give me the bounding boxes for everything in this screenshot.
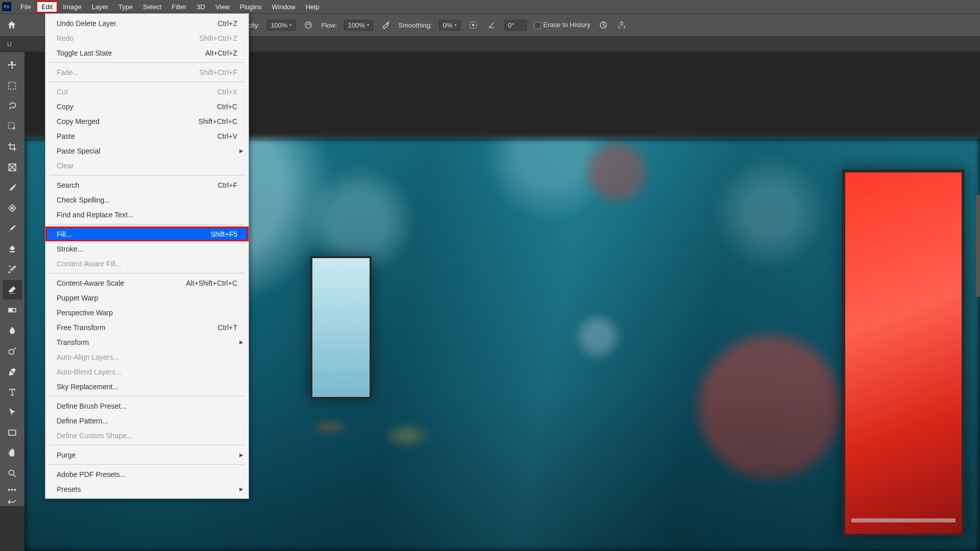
menu-type[interactable]: Type — [113, 1, 138, 13]
clone-stamp-tool[interactable] — [3, 239, 22, 259]
menu-item-presets[interactable]: Presets — [45, 482, 249, 496]
smoothing-options-icon[interactable] — [468, 19, 479, 31]
menu-plugins[interactable]: Plugins — [235, 1, 267, 13]
menu-3d[interactable]: 3D — [191, 1, 210, 13]
menu-select[interactable]: Select — [138, 1, 166, 13]
menu-item-label: Sky Replacement... — [57, 383, 118, 391]
menu-file[interactable]: File — [15, 1, 36, 13]
hand-tool[interactable] — [3, 443, 22, 463]
menu-separator — [50, 445, 244, 445]
marquee-tool[interactable] — [3, 76, 22, 95]
tablet-pressure-icon[interactable] — [598, 19, 609, 31]
rectangle-tool[interactable] — [3, 423, 22, 442]
edit-menu-dropdown: Undo Delete LayerCtrl+ZRedoShift+Ctrl+ZT… — [45, 13, 249, 499]
history-brush-tool[interactable] — [3, 260, 22, 279]
menu-item-transform[interactable]: Transform — [45, 335, 249, 349]
menu-item-auto-blend-layers: Auto-Blend Layers... — [45, 364, 249, 379]
menu-item-content-aware-scale[interactable]: Content-Aware ScaleAlt+Shift+Ctrl+C — [45, 276, 249, 290]
vertical-scrollbar[interactable] — [976, 195, 980, 297]
menu-filter[interactable]: Filter — [166, 1, 191, 13]
document-tab[interactable]: U — [0, 38, 19, 51]
menu-item-shortcut: Ctrl+T — [218, 323, 238, 332]
brush-tool[interactable] — [3, 219, 22, 238]
menu-item-copy[interactable]: CopyCtrl+C — [45, 99, 249, 114]
menu-item-adobe-pdf-presets[interactable]: Adobe PDF Presets... — [45, 467, 249, 482]
frame-tool[interactable] — [3, 158, 22, 177]
menu-help[interactable]: Help — [301, 1, 325, 13]
airbrush-icon[interactable] — [380, 19, 391, 31]
path-select-tool[interactable] — [3, 403, 22, 422]
menu-item-purge[interactable]: Purge — [45, 447, 249, 462]
menu-item-undo-delete-layer[interactable]: Undo Delete LayerCtrl+Z — [45, 16, 249, 31]
menu-layer[interactable]: Layer — [87, 1, 114, 13]
menu-item-copy-merged[interactable]: Copy MergedShift+Ctrl+C — [45, 114, 249, 129]
menu-window[interactable]: Window — [266, 1, 300, 13]
menu-item-toggle-last-state[interactable]: Toggle Last StateAlt+Ctrl+Z — [45, 45, 249, 60]
menu-separator — [50, 82, 244, 82]
pressure-opacity-icon[interactable] — [303, 19, 314, 31]
menu-item-fill[interactable]: Fill...Shift+F5 — [45, 227, 249, 241]
menu-item-search[interactable]: SearchCtrl+F — [45, 178, 249, 192]
move-tool[interactable] — [3, 56, 22, 75]
menu-item-label: Presets — [57, 485, 81, 493]
menu-item-perspective-warp[interactable]: Perspective Warp — [45, 305, 249, 320]
menu-item-label: Undo Delete Layer — [57, 19, 116, 28]
angle-field[interactable]: 0° — [504, 20, 527, 31]
menu-item-label: Check Spelling... — [57, 196, 110, 204]
menu-item-shortcut: Shift+F5 — [210, 230, 237, 238]
menu-item-define-pattern[interactable]: Define Pattern... — [45, 413, 249, 428]
erase-history-label: Erase to History — [543, 21, 590, 29]
menu-item-label: Toggle Last State — [57, 49, 112, 57]
chevron-down-icon: ▾ — [367, 22, 370, 28]
menu-item-paste[interactable]: PasteCtrl+V — [45, 129, 249, 143]
eraser-tool[interactable] — [3, 280, 22, 299]
smoothing-field[interactable]: 0%▾ — [439, 20, 460, 31]
menu-separator — [50, 175, 244, 176]
menu-item-find-and-replace-text[interactable]: Find and Replace Text... — [45, 207, 249, 222]
menu-item-shortcut: Alt+Ctrl+Z — [205, 49, 237, 57]
menu-item-shortcut: Shift+Ctrl+C — [199, 117, 237, 126]
menu-separator — [50, 464, 244, 465]
menu-item-free-transform[interactable]: Free TransformCtrl+T — [45, 320, 249, 335]
menu-item-define-brush-preset[interactable]: Define Brush Preset... — [45, 398, 249, 413]
canvas-image-element — [310, 256, 372, 399]
menu-image[interactable]: Image — [58, 1, 86, 13]
zoom-tool[interactable] — [3, 464, 22, 483]
menu-item-label: Adobe PDF Presets... — [57, 470, 126, 479]
menu-item-puppet-warp[interactable]: Puppet Warp — [45, 290, 249, 305]
eyedropper-tool[interactable] — [3, 178, 22, 197]
canvas-image-element — [842, 169, 965, 537]
menu-item-paste-special[interactable]: Paste Special — [45, 143, 249, 158]
object-select-tool[interactable] — [3, 117, 22, 136]
menu-item-stroke[interactable]: Stroke... — [45, 241, 249, 256]
flow-field[interactable]: 100%▾ — [344, 20, 373, 31]
gradient-tool[interactable] — [3, 300, 22, 320]
color-swap-icon[interactable] — [3, 496, 22, 506]
crop-tool[interactable] — [3, 137, 22, 157]
type-tool[interactable] — [3, 382, 22, 402]
menu-item-shortcut: Shift+Ctrl+Z — [199, 34, 237, 42]
menu-item-sky-replacement[interactable]: Sky Replacement... — [45, 379, 249, 394]
lasso-tool[interactable] — [3, 96, 22, 116]
menu-edit[interactable]: Edit — [36, 1, 58, 13]
erase-history-checkbox[interactable]: Erase to History — [534, 21, 590, 29]
app-icon: Ps — [2, 2, 11, 11]
pen-tool[interactable] — [3, 362, 22, 381]
menu-item-label: Find and Replace Text... — [57, 211, 134, 219]
home-icon[interactable] — [4, 17, 19, 33]
menu-item-label: Purge — [57, 451, 76, 459]
spot-heal-tool[interactable] — [3, 198, 22, 218]
menu-item-check-spelling[interactable]: Check Spelling... — [45, 192, 249, 207]
menu-item-label: Fill... — [57, 230, 72, 238]
menu-view[interactable]: View — [210, 1, 235, 13]
menu-item-label: Define Custom Shape... — [57, 432, 133, 440]
tools-panel: ••• — [0, 52, 24, 506]
menu-item-label: Paste Special — [57, 147, 101, 155]
edit-toolbar-icon[interactable]: ••• — [8, 484, 17, 496]
menu-item-content-aware-fill: Content-Aware Fill... — [45, 256, 249, 271]
symmetry-icon[interactable] — [616, 19, 627, 31]
blur-tool[interactable] — [3, 321, 22, 340]
svg-rect-10 — [9, 309, 12, 312]
opacity-field[interactable]: 100%▾ — [267, 20, 296, 31]
dodge-tool[interactable] — [3, 341, 22, 361]
